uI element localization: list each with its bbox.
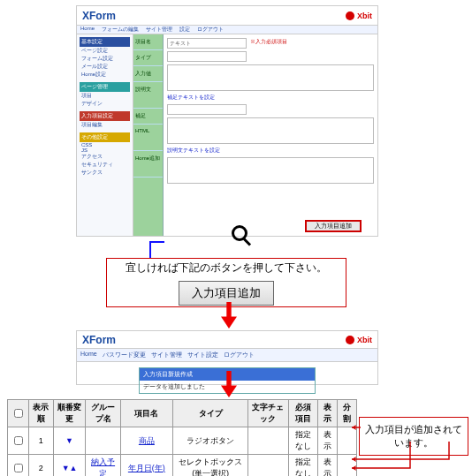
tab[interactable]: サイト管理 (146, 26, 172, 34)
top-header: XForm Xbit (77, 6, 377, 26)
required-note: ※入力必須項目 (250, 38, 287, 49)
brand-dot-icon (346, 11, 354, 20)
move-up-icon[interactable]: ▲ (70, 464, 78, 472)
green-label: 入力値 (133, 66, 163, 82)
magnifier-icon (232, 225, 255, 249)
row-check[interactable] (14, 436, 23, 445)
textarea-input[interactable] (167, 64, 374, 91)
cell-reorder: ▼▲ (53, 455, 86, 477)
side-item[interactable]: 項目編集 (80, 121, 130, 129)
tab[interactable]: サイト設定 (187, 351, 218, 359)
callout-text: 宜しければ下記のボタンを押して下さい。 (126, 261, 327, 276)
cell-check (248, 455, 288, 477)
side-item[interactable]: ページ設定 (80, 47, 130, 55)
th: 表示順 (29, 400, 54, 427)
th-check (8, 400, 29, 427)
text-input[interactable]: テキスト (167, 38, 247, 49)
cell-group (86, 427, 120, 455)
brand-text: Xbit (357, 336, 372, 344)
green-labels-col: 項目名 タイプ 入力値 説明文 補足 HTML Home追加 (133, 34, 164, 236)
tab[interactable]: 設定 (179, 26, 190, 34)
sidebar: 基本設定 ページ設定 フォーム設定 メール設定 Home設定 ページ管理 項目 … (77, 34, 133, 236)
red-arrow-icon (221, 371, 237, 397)
tab[interactable]: サイト管理 (151, 351, 182, 359)
add-field-button-highlight[interactable]: 入力項目追加 (305, 220, 362, 232)
side-item[interactable]: セキュリティ (80, 161, 130, 169)
move-down-icon[interactable]: ▼ (65, 436, 73, 445)
cell-req: 指定なし (288, 427, 318, 455)
form-content: テキスト ※入力必須項目 補足テキストを設定 説明文テキストを設定 (164, 34, 377, 236)
th: タイプ (172, 400, 247, 427)
field-link[interactable]: 年月日(年) (128, 464, 165, 472)
side-item[interactable]: サンクス (80, 169, 130, 177)
fields-table: 表示順 順番変更 グループ名 項目名 タイプ 文字チェック 必須項目 表示 分割… (7, 399, 357, 476)
tab[interactable]: Home (80, 26, 95, 34)
cell-check (248, 427, 288, 455)
side-item[interactable]: フォーム設定 (80, 55, 130, 63)
tab[interactable]: ログアウト (224, 351, 255, 359)
side-item[interactable]: メール設定 (80, 63, 130, 71)
cell-name: 商品 (120, 427, 172, 455)
cell-show: 表示 (318, 455, 338, 477)
field-link[interactable]: 商品 (139, 436, 155, 445)
cell-type: ラジオボタン (172, 427, 247, 455)
th: 分割 (338, 400, 357, 427)
side-item[interactable]: Home設定 (80, 71, 130, 79)
cell-type: セレクトボックス(単一選択) (172, 455, 247, 477)
green-label: Home追加 (133, 151, 163, 178)
cell-split (338, 427, 357, 455)
helper-link[interactable]: 補足テキストを設定 (167, 94, 374, 102)
cell-group: 納入予定 (86, 455, 120, 477)
table-row: 2▼▲納入予定年月日(年)セレクトボックス(単一選択)指定なし表示 (8, 455, 357, 477)
cell-reorder: ▼ (53, 427, 86, 455)
cell-order: 2 (29, 455, 54, 477)
cell-order: 1 (29, 427, 54, 455)
group-link[interactable]: 納入予定 (91, 457, 115, 476)
side-head: 基本設定 (80, 37, 130, 47)
annotation-balloon: 入力項目が追加されています。 (359, 417, 468, 456)
green-label: 説明文 (133, 82, 163, 109)
select-input[interactable] (167, 51, 247, 62)
instruction-callout: 宜しければ下記のボタンを押して下さい。 入力項目追加 (106, 258, 346, 307)
top-tabs: Home フォームの編集 サイト管理 設定 ログアウト (77, 26, 377, 34)
green-label: タイプ (133, 50, 163, 66)
tab[interactable]: ログアウト (197, 26, 224, 34)
mid-tabs: Home パスワード変更 サイト管理 サイト設定 ログアウト (77, 349, 377, 362)
tab[interactable]: パスワード変更 (103, 351, 146, 359)
xform-logo: XForm (82, 334, 116, 346)
cell-show: 表示 (318, 427, 338, 455)
th: 必須項目 (288, 400, 318, 427)
side-item[interactable]: デザイン (80, 100, 130, 108)
th: 項目名 (120, 400, 172, 427)
row-check[interactable] (14, 464, 23, 472)
xform-logo: XForm (82, 10, 116, 22)
cell-req: 指定なし (288, 455, 318, 477)
brand-dot-icon (346, 336, 354, 344)
green-label: HTML (133, 125, 163, 151)
cell-name: 年月日(年) (120, 455, 172, 477)
check-all[interactable] (14, 409, 23, 418)
side-item[interactable]: 項目 (80, 92, 130, 100)
green-label: 項目名 (133, 34, 163, 50)
move-down-icon[interactable]: ▼ (62, 464, 70, 472)
th: 順番変更 (53, 400, 86, 427)
table-row: 1▼商品ラジオボタン指定なし表示 (8, 427, 357, 455)
side-head: ページ管理 (80, 82, 130, 92)
textarea-input[interactable] (167, 117, 374, 144)
table-header-row: 表示順 順番変更 グループ名 項目名 タイプ 文字チェック 必須項目 表示 分割 (8, 400, 357, 427)
th: 文字チェック (248, 400, 288, 427)
side-head: 入力項目設定 (80, 111, 130, 121)
helper-link[interactable]: 説明文テキストを設定 (167, 147, 374, 155)
green-label: 補足 (133, 109, 163, 125)
text-input[interactable] (167, 104, 247, 115)
tab[interactable]: Home (80, 351, 97, 359)
textarea-input[interactable] (167, 157, 374, 184)
side-item[interactable]: アクセス (80, 153, 130, 161)
side-head: その他設定 (80, 132, 130, 142)
brand-text: Xbit (357, 11, 372, 20)
th: グループ名 (86, 400, 120, 427)
cell-split (338, 455, 357, 477)
th: 表示 (318, 400, 338, 427)
tab[interactable]: フォームの編集 (102, 26, 139, 34)
red-arrow-icon (221, 302, 237, 329)
